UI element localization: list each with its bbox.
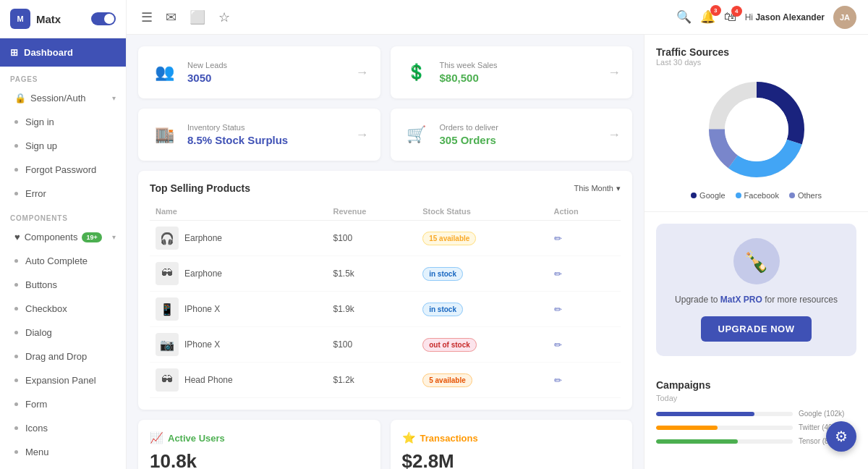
product-name-cell: 📷 IPhone X bbox=[150, 327, 327, 363]
table-row: 📱 IPhone X $1.9k in stock ✏ bbox=[150, 292, 621, 327]
sales-icon: 💲 bbox=[402, 58, 431, 87]
orders-value: 305 Orders bbox=[440, 134, 600, 146]
leads-icon: 👥 bbox=[150, 58, 179, 87]
edit-button[interactable]: ✏ bbox=[554, 233, 562, 244]
drag-drop-label: Drag and Drop bbox=[25, 351, 87, 362]
product-name: Earphone bbox=[184, 233, 222, 243]
campaign-bar-row: Twitter (40k) bbox=[656, 423, 856, 431]
inventory-arrow[interactable]: → bbox=[356, 127, 369, 143]
product-action[interactable]: ✏ bbox=[548, 363, 621, 398]
edit-button[interactable]: ✏ bbox=[554, 269, 562, 279]
product-action[interactable]: ✏ bbox=[548, 256, 621, 292]
sidebar-item-forgot-password[interactable]: Forgot Password bbox=[0, 158, 126, 182]
campaign-label: Google (102k) bbox=[799, 410, 856, 418]
theme-toggle[interactable] bbox=[91, 12, 116, 25]
star-icon[interactable]: ☆ bbox=[216, 7, 233, 28]
cart-button[interactable]: 🛍 4 bbox=[724, 10, 736, 25]
dot-icon bbox=[14, 379, 18, 382]
dot-icon bbox=[14, 283, 18, 287]
product-revenue: $1.2k bbox=[327, 363, 417, 398]
sidebar-item-components[interactable]: ♥ Components 19+ ▾ bbox=[0, 225, 126, 249]
products-title: Top Selling Products bbox=[150, 182, 250, 194]
product-name-cell: 🕶 Head Phone bbox=[150, 363, 327, 398]
campaign-bar-fill bbox=[656, 439, 738, 444]
table-header-row: Name Revenue Stock Status Action bbox=[150, 203, 621, 221]
products-section: Top Selling Products This Month ▾ Name R… bbox=[138, 171, 632, 410]
sidebar-item-buttons[interactable]: Buttons bbox=[0, 273, 126, 297]
dot-icon bbox=[14, 168, 18, 172]
checkbox-label: Checkbox bbox=[25, 303, 67, 314]
sidebar-item-dashboard[interactable]: ⊞ Dashboard bbox=[0, 38, 126, 67]
transactions-value: $2.8M bbox=[402, 450, 621, 469]
tab-icon[interactable]: ⬜ bbox=[187, 7, 208, 28]
campaign-bar-track bbox=[656, 412, 793, 416]
status-badge: 5 available bbox=[422, 373, 472, 387]
cart-badge: 4 bbox=[731, 6, 742, 17]
mail-icon[interactable]: ✉ bbox=[163, 7, 179, 28]
transactions-card: ⭐ Transactions $2.8M ▼ (+21%) bbox=[391, 420, 633, 469]
campaign-bar-fill bbox=[656, 426, 718, 430]
campaigns-today: Today bbox=[656, 394, 856, 402]
product-action[interactable]: ✏ bbox=[548, 221, 621, 256]
sidebar-item-form[interactable]: Form bbox=[0, 392, 126, 416]
sidebar-item-error[interactable]: Error bbox=[0, 182, 126, 206]
dot-icon bbox=[14, 259, 18, 263]
legend-facebook: Facebook bbox=[736, 191, 779, 200]
product-revenue: $100 bbox=[327, 327, 417, 363]
stat-card-orders: 🛒 Orders to deliver 305 Orders → bbox=[391, 109, 633, 161]
sidebar-item-session-auth[interactable]: 🔒 Session/Auth ▾ bbox=[0, 86, 126, 110]
inventory-label: Inventory Status bbox=[187, 123, 347, 132]
sidebar-item-icons[interactable]: Icons bbox=[0, 416, 126, 440]
sidebar-logo: M Matx bbox=[0, 0, 126, 38]
avatar[interactable]: JA bbox=[833, 6, 856, 29]
product-action[interactable]: ✏ bbox=[548, 327, 621, 363]
campaign-bar-track bbox=[656, 426, 793, 430]
components-badge: 19+ bbox=[82, 232, 101, 242]
sales-arrow[interactable]: → bbox=[608, 65, 621, 80]
fab-button[interactable]: ⚙ bbox=[826, 421, 856, 452]
campaigns-title: Campaigns bbox=[656, 379, 856, 391]
sidebar-item-autocomplete[interactable]: Auto Complete bbox=[0, 249, 126, 273]
table-row: 🕶 Head Phone $1.2k 5 available ✏ bbox=[150, 363, 621, 398]
sidebar-item-checkbox[interactable]: Checkbox bbox=[0, 297, 126, 321]
status-badge: out of stock bbox=[422, 338, 477, 352]
right-panel: Traffic Sources Last 30 days bbox=[644, 35, 868, 469]
user-name: Jason Alexander bbox=[755, 12, 825, 22]
edit-button[interactable]: ✏ bbox=[554, 304, 562, 315]
search-button[interactable]: 🔍 bbox=[676, 9, 692, 25]
edit-button[interactable]: ✏ bbox=[554, 339, 562, 350]
product-thumb: 🕶 bbox=[156, 262, 179, 285]
active-users-title: 📈 Active Users bbox=[150, 431, 369, 444]
sidebar-item-menu[interactable]: Menu bbox=[0, 440, 126, 464]
expansion-label: Expansion Panel bbox=[25, 375, 96, 386]
upgrade-button[interactable]: UPGRADE NOW bbox=[701, 316, 812, 342]
inventory-icon: 🏬 bbox=[150, 120, 179, 149]
product-status: out of stock bbox=[417, 327, 548, 363]
products-table: Name Revenue Stock Status Action 🎧 Earph… bbox=[150, 203, 621, 398]
leads-arrow[interactable]: → bbox=[356, 65, 369, 80]
edit-button[interactable]: ✏ bbox=[554, 375, 562, 386]
svg-point-4 bbox=[725, 98, 788, 161]
sidebar-item-expansion[interactable]: Expansion Panel bbox=[0, 368, 126, 392]
col-name: Name bbox=[150, 203, 327, 221]
signin-label: Sign in bbox=[25, 117, 54, 127]
sidebar: M Matx ⊞ Dashboard PAGES 🔒 Session/Auth … bbox=[0, 0, 127, 469]
sidebar-item-drag-drop[interactable]: Drag and Drop bbox=[0, 345, 126, 368]
menu-icon[interactable]: ☰ bbox=[138, 7, 156, 28]
bottom-cards: 📈 Active Users 10.8k ▲ (+21%) ⭐ Transact… bbox=[138, 420, 632, 469]
leads-value: 3050 bbox=[187, 72, 347, 84]
bottle-icon: 🍾 bbox=[744, 250, 769, 274]
pages-section-label: PAGES bbox=[0, 67, 126, 86]
upgrade-brand: MatX PRO bbox=[720, 295, 762, 305]
sales-value: $80,500 bbox=[440, 72, 600, 84]
notification-button[interactable]: 🔔 3 bbox=[700, 9, 715, 25]
sidebar-item-dialog[interactable]: Dialog bbox=[0, 321, 126, 345]
main-area: ☰ ✉ ⬜ ☆ 🔍 🔔 3 🛍 4 Hi Jason Alexander JA bbox=[127, 0, 868, 469]
sidebar-item-signup[interactable]: Sign up bbox=[0, 134, 126, 158]
product-action[interactable]: ✏ bbox=[548, 292, 621, 327]
sidebar-item-signin[interactable]: Sign in bbox=[0, 110, 126, 134]
table-row: 🎧 Earphone $100 15 available ✏ bbox=[150, 221, 621, 256]
orders-arrow[interactable]: → bbox=[608, 127, 621, 143]
upgrade-text: Upgrade to MatX PRO for more resources bbox=[668, 293, 845, 306]
month-filter[interactable]: This Month ▾ bbox=[574, 184, 621, 193]
